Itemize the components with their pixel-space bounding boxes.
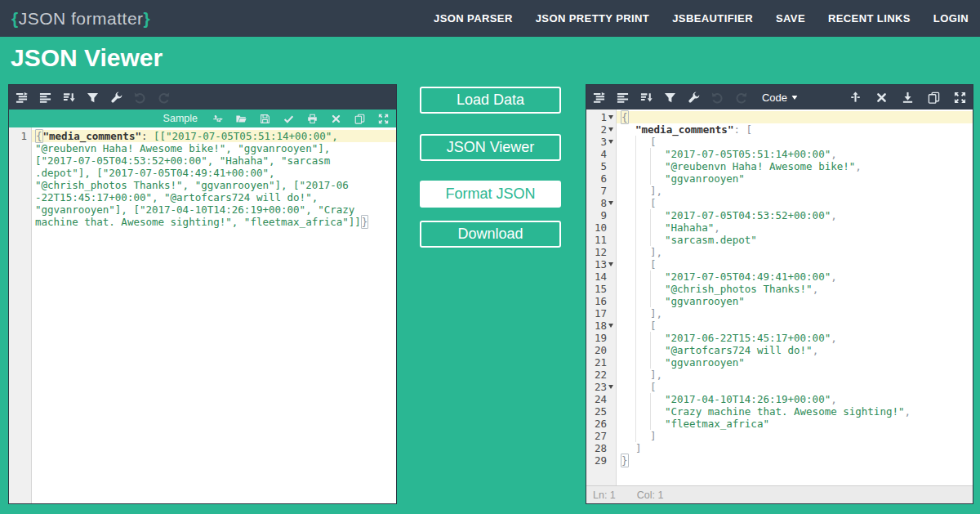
code-line[interactable]: 17], — [586, 307, 973, 320]
redo-icon[interactable] — [158, 92, 170, 104]
line-number: 10 — [595, 221, 607, 234]
code-line[interactable]: 22], — [586, 369, 973, 381]
usb-icon[interactable] — [212, 114, 223, 124]
code-row[interactable]: .depot"], ["2017-07-05T04:49:41+00:00", — [32, 167, 396, 179]
fold-toggle-icon[interactable] — [607, 197, 615, 209]
line-number-gutter: 6 — [586, 172, 617, 185]
fold-toggle-icon[interactable] — [607, 258, 615, 270]
code-line[interactable]: 10"Hahaha", — [586, 221, 973, 234]
sort-icon[interactable] — [640, 92, 653, 104]
line-number-gutter: 1 — [586, 111, 617, 123]
indent-guide — [650, 234, 665, 246]
fullscreen-icon[interactable] — [954, 92, 966, 104]
result-code-viewer[interactable]: 1{2"media_comments": [3[4"2017-07-05T05:… — [586, 110, 973, 485]
code-row[interactable]: ["2017-07-05T04:53:52+00:00", "Hahaha", … — [32, 154, 396, 167]
indent-guide — [635, 430, 650, 442]
mode-dropdown[interactable]: Code — [762, 92, 797, 104]
fold-toggle-icon[interactable] — [607, 111, 615, 123]
undo-icon[interactable] — [711, 92, 724, 104]
copy-icon[interactable] — [928, 92, 940, 104]
code-line[interactable]: 14"2017-07-05T04:49:41+00:00", — [586, 270, 973, 283]
json-viewer-button[interactable]: JSON Viewer — [420, 134, 561, 161]
code-line[interactable]: 23[ — [586, 381, 973, 393]
wrench-icon[interactable] — [688, 92, 700, 104]
format-json-button[interactable]: Format JSON — [420, 181, 561, 208]
fold-toggle-icon[interactable] — [607, 123, 615, 136]
json-string: "fleetmax_africa" — [665, 418, 769, 430]
code-row[interactable]: "@reubenvn Haha! Awesome bike!", "ggvanr… — [32, 142, 396, 154]
format-icon[interactable] — [16, 92, 28, 104]
code-line[interactable]: 29} — [586, 454, 973, 467]
code-line[interactable]: 28] — [586, 442, 973, 454]
code-line[interactable]: 5"@reubenvn Haha! Awesome bike!", — [586, 160, 973, 172]
code-line[interactable]: 15"@chrish_photos Thanks!", — [586, 283, 973, 295]
code-row[interactable]: {"media_comments": [["2017-07-05T05:51:1… — [32, 130, 396, 142]
download-icon[interactable] — [902, 92, 914, 104]
code-line[interactable]: 26"fleetmax_africa" — [586, 418, 973, 430]
compact-icon[interactable] — [39, 92, 51, 104]
nav-item-save[interactable]: SAVE — [776, 12, 805, 25]
format-icon[interactable] — [593, 92, 605, 104]
undo-icon[interactable] — [134, 92, 146, 104]
filter-icon[interactable] — [664, 92, 676, 104]
fold-toggle-icon[interactable] — [607, 136, 615, 148]
code-line[interactable]: 27] — [586, 430, 973, 442]
code-row[interactable]: "@chrish_photos Thanks!", "ggvanrooyen"]… — [32, 179, 396, 191]
print-icon[interactable] — [307, 114, 318, 124]
code-line[interactable]: 1{ — [586, 111, 973, 123]
nav-item-json-pretty-print[interactable]: JSON PRETTY PRINT — [536, 12, 649, 25]
copy-icon[interactable] — [354, 114, 365, 124]
code-line[interactable]: 25"Crazy machine that. Awesome sighting!… — [586, 405, 973, 418]
compact-icon[interactable] — [617, 92, 629, 104]
fold-toggle-icon[interactable] — [607, 381, 615, 393]
code-row[interactable]: machine that. Awesome sighting!", "fleet… — [32, 216, 396, 228]
nav-item-jsbeautifier[interactable]: JSBEAUTIFIER — [672, 12, 753, 25]
nav-item-json-parser[interactable]: JSON PARSER — [434, 12, 513, 25]
fold-toggle-icon — [607, 418, 615, 430]
code-line[interactable]: 24"2017-04-10T14:26:19+00:00", — [586, 393, 973, 405]
json-string: "@reubenvn Haha! Awesome bike!" — [665, 160, 855, 172]
indent-guide — [621, 442, 635, 454]
code-line[interactable]: 7], — [586, 185, 973, 197]
code-line[interactable]: 4"2017-07-05T05:51:14+00:00", — [586, 148, 973, 160]
load-data-button[interactable]: Load Data — [420, 87, 561, 114]
indent-guide — [635, 369, 650, 381]
code-line[interactable]: 3[ — [586, 136, 973, 148]
code-line[interactable]: 21"ggvanrooyen" — [586, 356, 973, 369]
sort-icon[interactable] — [63, 92, 75, 104]
filter-icon[interactable] — [87, 92, 99, 104]
code-line[interactable]: 6"ggvanrooyen" — [586, 172, 973, 185]
code-line[interactable]: 18[ — [586, 320, 973, 332]
nav-item-recent-links[interactable]: RECENT LINKS — [828, 12, 911, 25]
clear-icon[interactable] — [331, 114, 341, 124]
code-line[interactable]: 19"2017-06-22T15:45:17+00:00", — [586, 332, 973, 344]
json-string: "ggvanrooyen" — [665, 172, 745, 185]
redo-icon[interactable] — [735, 92, 747, 104]
code-line[interactable]: 2"media_comments": [ — [586, 123, 973, 136]
site-logo[interactable]: {JSON formatter} — [11, 9, 150, 29]
nav-item-login[interactable]: LOGIN — [933, 12, 969, 25]
fullscreen-icon[interactable] — [378, 114, 389, 124]
code-line[interactable]: 13[ — [586, 258, 973, 270]
expand-all-icon[interactable] — [849, 92, 862, 104]
sample-label[interactable]: Sample — [163, 113, 198, 124]
code-line[interactable]: 16"ggvanrooyen" — [586, 295, 973, 307]
check-icon[interactable] — [283, 114, 294, 124]
code-line[interactable]: 20"@artofcars724 will do!", — [586, 344, 973, 356]
code-row[interactable]: -22T15:45:17+00:00", "@artofcars724 will… — [32, 191, 396, 203]
code-line[interactable]: 8[ — [586, 197, 973, 209]
code-row[interactable]: "ggvanrooyen"], ["2017-04-10T14:26:19+00… — [32, 203, 396, 216]
save-icon[interactable] — [260, 114, 270, 124]
code-line[interactable]: 11"sarcasm.depot" — [586, 234, 973, 246]
folder-open-icon[interactable] — [236, 114, 247, 124]
code-line[interactable]: 12], — [586, 246, 973, 258]
fold-toggle-icon[interactable] — [607, 320, 615, 332]
json-string: "@chrish_photos Thanks!" — [665, 283, 813, 295]
json-punctuation: , — [813, 283, 819, 295]
download-button[interactable]: Download — [420, 221, 561, 248]
code-line[interactable]: 9"2017-07-05T04:53:52+00:00", — [586, 209, 973, 221]
line-number: 13 — [595, 258, 607, 270]
wrench-icon[interactable] — [110, 92, 122, 104]
source-code-editor[interactable]: 1 {"media_comments": [["2017-07-05T05:51… — [9, 127, 396, 503]
clear-icon[interactable] — [875, 92, 888, 104]
